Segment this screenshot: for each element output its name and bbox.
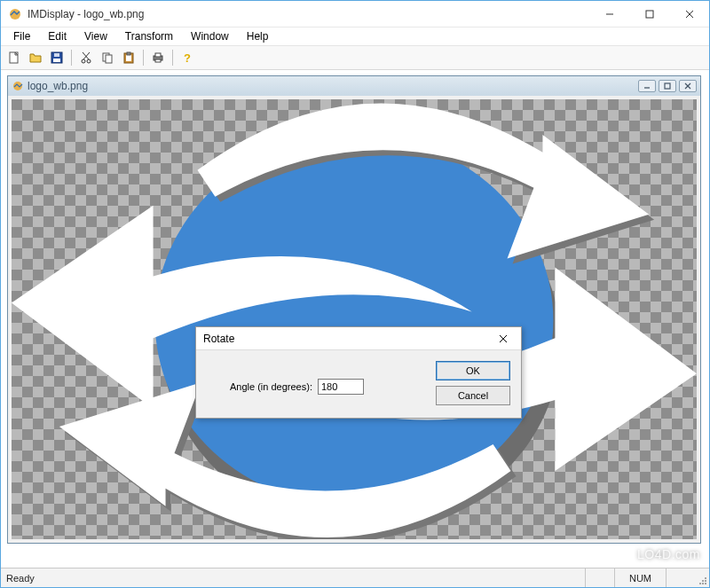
svg-line-11 bbox=[83, 52, 90, 59]
dialog-body: Angle (in degrees): OK Cancel bbox=[196, 350, 521, 418]
svg-rect-16 bbox=[126, 55, 131, 61]
app-icon bbox=[8, 7, 22, 21]
cut-icon[interactable] bbox=[76, 48, 96, 67]
dialog-close-button[interactable] bbox=[491, 330, 516, 348]
menu-window[interactable]: Window bbox=[182, 28, 238, 44]
print-icon[interactable] bbox=[148, 48, 168, 67]
child-maximize-button[interactable] bbox=[659, 80, 676, 92]
dialog-titlebar[interactable]: Rotate bbox=[196, 327, 521, 350]
image-canvas[interactable] bbox=[12, 99, 697, 539]
child-titlebar: logo_wb.png bbox=[8, 76, 700, 96]
status-numlock: NUM bbox=[614, 568, 666, 587]
menubar: File Edit View Transform Window Help bbox=[1, 27, 709, 45]
status-ready: Ready bbox=[1, 573, 585, 584]
svg-rect-19 bbox=[155, 53, 161, 57]
image-document-window: logo_wb.png bbox=[7, 75, 701, 544]
svg-text:?: ? bbox=[184, 51, 191, 65]
toolbar-separator bbox=[143, 50, 144, 66]
menu-edit[interactable]: Edit bbox=[39, 28, 75, 44]
mdi-client-area: logo_wb.png bbox=[2, 70, 708, 561]
child-minimize-button[interactable] bbox=[638, 80, 656, 92]
minimize-button[interactable] bbox=[589, 1, 629, 27]
new-file-icon[interactable] bbox=[4, 48, 24, 67]
svg-rect-17 bbox=[127, 52, 130, 55]
svg-rect-24 bbox=[665, 83, 670, 89]
svg-point-36 bbox=[705, 577, 706, 579]
status-pane-empty2 bbox=[666, 568, 695, 587]
dialog-title: Rotate bbox=[203, 333, 491, 345]
copy-icon[interactable] bbox=[98, 48, 117, 67]
angle-label: Angle (in degrees): bbox=[230, 381, 312, 392]
svg-point-10 bbox=[87, 59, 91, 63]
status-pane-empty1 bbox=[585, 568, 614, 587]
toolbar: ? bbox=[1, 45, 709, 70]
ok-button[interactable]: OK bbox=[436, 361, 510, 380]
toolbar-separator bbox=[172, 50, 173, 66]
help-icon[interactable]: ? bbox=[178, 48, 197, 67]
svg-point-31 bbox=[705, 583, 706, 584]
rotate-dialog: Rotate Angle (in degrees): OK Cancel bbox=[195, 326, 522, 419]
window-titlebar: IMDisplay - logo_wb.png bbox=[1, 1, 709, 27]
cancel-button[interactable]: Cancel bbox=[436, 386, 510, 405]
menu-help[interactable]: Help bbox=[238, 28, 278, 44]
svg-point-33 bbox=[705, 580, 706, 582]
svg-point-35 bbox=[702, 580, 704, 582]
save-file-icon[interactable] bbox=[47, 48, 67, 67]
close-button[interactable] bbox=[669, 1, 709, 27]
resize-grip[interactable] bbox=[695, 568, 709, 587]
displayed-image bbox=[12, 99, 697, 539]
paste-icon[interactable] bbox=[119, 48, 138, 67]
statusbar: Ready NUM bbox=[1, 568, 709, 587]
svg-rect-8 bbox=[54, 53, 59, 57]
menu-file[interactable]: File bbox=[4, 28, 39, 44]
svg-point-9 bbox=[82, 59, 85, 63]
svg-point-34 bbox=[699, 583, 701, 584]
maximize-button[interactable] bbox=[629, 1, 669, 27]
svg-rect-14 bbox=[106, 55, 112, 63]
open-file-icon[interactable] bbox=[26, 48, 45, 67]
window-title: IMDisplay - logo_wb.png bbox=[28, 8, 589, 20]
svg-rect-2 bbox=[646, 11, 653, 18]
child-window-title: logo_wb.png bbox=[28, 80, 635, 92]
child-close-button[interactable] bbox=[679, 80, 697, 92]
angle-input[interactable] bbox=[318, 379, 364, 395]
document-icon bbox=[12, 80, 24, 92]
svg-rect-7 bbox=[53, 59, 60, 62]
window-controls bbox=[589, 1, 709, 27]
menu-view[interactable]: View bbox=[75, 28, 116, 44]
svg-point-32 bbox=[702, 583, 704, 584]
svg-rect-20 bbox=[155, 59, 161, 62]
toolbar-separator bbox=[71, 50, 72, 66]
menu-transform[interactable]: Transform bbox=[116, 28, 182, 44]
svg-line-12 bbox=[83, 52, 89, 59]
